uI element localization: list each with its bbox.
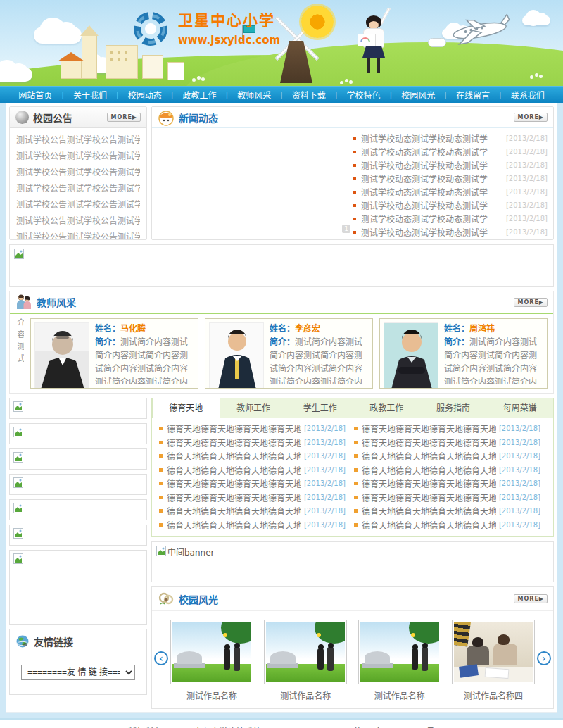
tab-list-item[interactable]: 德育天地德育天地德育天地德育天地[2013/2/18] bbox=[158, 463, 353, 477]
gallery-item[interactable]: 测试作品名称 bbox=[358, 620, 441, 701]
news-title: 新闻动态 bbox=[179, 111, 218, 125]
news-item[interactable]: 测试学校动态测试学校动态测试学[2013/2/18] bbox=[353, 199, 548, 212]
tab-list-item[interactable]: 德育天地德育天地德育天地德育天地[2013/2/18] bbox=[353, 491, 548, 505]
tab-list-item[interactable]: 德育天地德育天地德育天地德育天地[2013/2/18] bbox=[353, 477, 548, 491]
announcement-item[interactable]: 测试学校公告测试学校公告测试学校公告 bbox=[16, 149, 140, 165]
sidebar-image-placeholder[interactable] bbox=[9, 423, 147, 444]
site-url: www.jsxyidc.com bbox=[178, 34, 280, 46]
tab-student-work[interactable]: 学生工作 bbox=[286, 398, 353, 418]
tab-list-item[interactable]: 德育天地德育天地德育天地德育天地[2013/2/18] bbox=[353, 504, 548, 518]
gallery-carousel: ‹ › 测试作品名称 bbox=[152, 611, 553, 708]
cloud-shape bbox=[522, 15, 550, 25]
news-item[interactable]: 测试学校动态测试学校动态测试学[2013/2/18] bbox=[353, 145, 548, 158]
tab-teacher-work[interactable]: 教师工作 bbox=[220, 398, 287, 418]
tab-list-item[interactable]: 德育天地德育天地德育天地德育天地[2013/2/18] bbox=[353, 436, 548, 450]
news-item[interactable]: 测试学校动态测试学校动态测试学[2013/2/18] bbox=[353, 212, 548, 225]
tab-list-item[interactable]: 德育天地德育天地德育天地德育天地[2013/2/18] bbox=[158, 449, 353, 463]
marquee-clipped-text: 介容测式 bbox=[15, 318, 24, 389]
nav-features[interactable]: 学校特色 bbox=[338, 89, 390, 101]
sidebar-image-placeholder[interactable] bbox=[9, 550, 147, 625]
gallery-caption: 测试作品名称 bbox=[170, 689, 253, 701]
nav-scenery[interactable]: 校园风光 bbox=[392, 89, 444, 101]
tab-moral-education[interactable]: 德育天地 bbox=[152, 398, 220, 418]
broken-image-icon bbox=[13, 401, 23, 412]
main-content: 校园公告 MORE▶ 测试学校公告测试学校公告测试学校公告 测试学校公告测试学校… bbox=[6, 103, 557, 713]
announcements-more-button[interactable]: MORE▶ bbox=[107, 113, 141, 122]
gallery-more-button[interactable]: MORE▶ bbox=[514, 594, 548, 603]
broken-image-icon bbox=[13, 528, 23, 539]
gallery-caption: 测试作品名称 bbox=[264, 689, 347, 701]
teacher-card[interactable]: 姓名：李彦宏 简介：测试简介内容测试简介内容测试简介内容测试简介内容测试简介内容… bbox=[205, 318, 373, 389]
tab-list-item[interactable]: 德育天地德育天地德育天地德育天地[2013/2/18] bbox=[158, 491, 353, 505]
house-shape bbox=[61, 61, 82, 79]
announcement-item[interactable]: 测试学校公告测试学校公告测试学校公告 bbox=[16, 197, 140, 213]
teachers-panel: 教师风采 MORE▶ 介容测式 姓名：马 bbox=[9, 291, 554, 394]
tab-list-item[interactable]: 德育天地德育天地德育天地德育天地[2013/2/18] bbox=[158, 518, 353, 532]
news-item[interactable]: 测试学校动态测试学校动态测试学[2013/2/18] bbox=[353, 225, 548, 239]
name-label: 姓名： bbox=[444, 324, 469, 334]
tab-list-item[interactable]: 德育天地德育天地德育天地德育天地[2013/2/18] bbox=[353, 463, 548, 477]
sidebar-image-placeholder[interactable] bbox=[9, 499, 147, 520]
tab-weekly-menu[interactable]: 每周菜谱 bbox=[486, 398, 553, 418]
news-item[interactable]: 测试学校动态测试学校动态测试学[2013/2/18] bbox=[353, 158, 548, 172]
tab-list-item[interactable]: 德育天地德育天地德育天地德育天地[2013/2/18] bbox=[353, 422, 548, 436]
nav-contact[interactable]: 联系我们 bbox=[502, 89, 554, 101]
announcements-header: 校园公告 MORE▶ bbox=[10, 107, 146, 128]
news-header: 新闻动态 MORE▶ bbox=[152, 107, 553, 128]
nav-home[interactable]: 网站首页 bbox=[9, 89, 61, 101]
carousel-next-button[interactable]: › bbox=[537, 651, 551, 665]
sidebar-image-placeholder[interactable] bbox=[9, 474, 147, 495]
announcement-item[interactable]: 测试学校公告测试学校公告测试学校公告 bbox=[16, 165, 140, 181]
gallery-thumbnail bbox=[452, 620, 535, 684]
sidebar-image-placeholder[interactable] bbox=[9, 398, 147, 419]
news-slideshow[interactable]: 1 bbox=[158, 132, 353, 236]
nav-teachers[interactable]: 教师风采 bbox=[228, 89, 280, 101]
carousel-prev-button[interactable]: ‹ bbox=[154, 651, 168, 665]
slideshow-pager[interactable]: 1 bbox=[342, 225, 350, 233]
site-logo[interactable]: 卫星中心小学 www.jsxyidc.com bbox=[130, 8, 280, 49]
news-more-button[interactable]: MORE▶ bbox=[514, 113, 548, 122]
tab-list-item[interactable]: 德育天地德育天地德育天地德育天地[2013/2/18] bbox=[353, 518, 548, 532]
tab-list-item[interactable]: 德育天地德育天地德育天地德育天地[2013/2/18] bbox=[353, 449, 548, 463]
logo-spiral-icon bbox=[130, 8, 171, 49]
flower-shape bbox=[197, 76, 201, 80]
nav-about[interactable]: 关于我们 bbox=[64, 89, 116, 101]
tab-list-item[interactable]: 德育天地德育天地德育天地德育天地[2013/2/18] bbox=[158, 436, 353, 450]
announcements-title: 校园公告 bbox=[33, 111, 72, 125]
announcement-item[interactable]: 测试学校公告测试学校公告测试学校公告 bbox=[16, 181, 140, 197]
square-bullet-icon bbox=[353, 218, 356, 220]
sidebar-image-placeholder[interactable] bbox=[9, 525, 147, 546]
nav-downloads[interactable]: 资料下载 bbox=[283, 89, 335, 101]
teacher-name: 李彦宏 bbox=[295, 324, 320, 334]
tab-list-item[interactable]: 德育天地德育天地德育天地德育天地[2013/2/18] bbox=[158, 477, 353, 491]
gallery-item[interactable]: 测试作品名称 bbox=[264, 620, 347, 701]
gallery-item[interactable]: 测试作品名称四 bbox=[452, 620, 535, 701]
teacher-intro: 简介：测试简介内容测试简介内容测试简介内容测试简介内容测试简介内容测试简介内容测… bbox=[444, 336, 543, 384]
tab-list-item[interactable]: 德育天地德育天地德育天地德育天地[2013/2/18] bbox=[158, 422, 353, 436]
news-item[interactable]: 测试学校动态测试学校动态测试学[2013/2/18] bbox=[353, 172, 548, 185]
nav-guestbook[interactable]: 在线留言 bbox=[447, 89, 499, 101]
gallery-item[interactable]: 测试作品名称 bbox=[170, 620, 253, 701]
teachers-more-button[interactable]: MORE▶ bbox=[514, 298, 548, 307]
site-header: 卫星中心小学 www.jsxyidc.com bbox=[0, 0, 563, 86]
tab-service-guide[interactable]: 服务指南 bbox=[420, 398, 487, 418]
news-item[interactable]: 测试学校动态测试学校动态测试学[2013/2/18] bbox=[353, 185, 548, 199]
friend-links-select[interactable]: ========友 情 链 接======= bbox=[21, 665, 135, 680]
nav-moral-work[interactable]: 政教工作 bbox=[173, 89, 225, 101]
announcement-item[interactable]: 测试学校公告测试学校公告测试学校公告 bbox=[16, 230, 140, 240]
teachers-marquee: 介容测式 姓名：马化腾 简介：测试简介内容测试简介内容测试简介内 bbox=[10, 314, 553, 393]
news-item[interactable]: 测试学校动态测试学校动态测试学[2013/2/18] bbox=[353, 132, 548, 145]
gallery-panel: 校园风光 MORE▶ ‹ › bbox=[151, 586, 554, 709]
globe-icon bbox=[15, 634, 30, 648]
announcement-item[interactable]: 测试学校公告测试学校公告测试学校公告 bbox=[16, 132, 140, 149]
sidebar-image-placeholder[interactable] bbox=[9, 448, 147, 470]
teacher-card[interactable]: 姓名：周鸿祎 简介：测试简介内容测试简介内容测试简介内容测试简介内容测试简介内容… bbox=[379, 318, 548, 389]
announcement-item[interactable]: 测试学校公告测试学校公告测试学校公告 bbox=[16, 213, 140, 230]
gallery-thumbnail bbox=[170, 620, 253, 684]
broken-image-icon bbox=[14, 249, 24, 259]
teacher-card[interactable]: 姓名：马化腾 简介：测试简介内容测试简介内容测试简介内容测试简介内容测试简介内容… bbox=[30, 318, 198, 389]
tab-list-item[interactable]: 德育天地德育天地德育天地德育天地[2013/2/18] bbox=[158, 504, 353, 518]
tab-political-work[interactable]: 政教工作 bbox=[353, 398, 420, 418]
building-shape bbox=[167, 62, 184, 80]
nav-campus-news[interactable]: 校园动态 bbox=[119, 89, 171, 101]
